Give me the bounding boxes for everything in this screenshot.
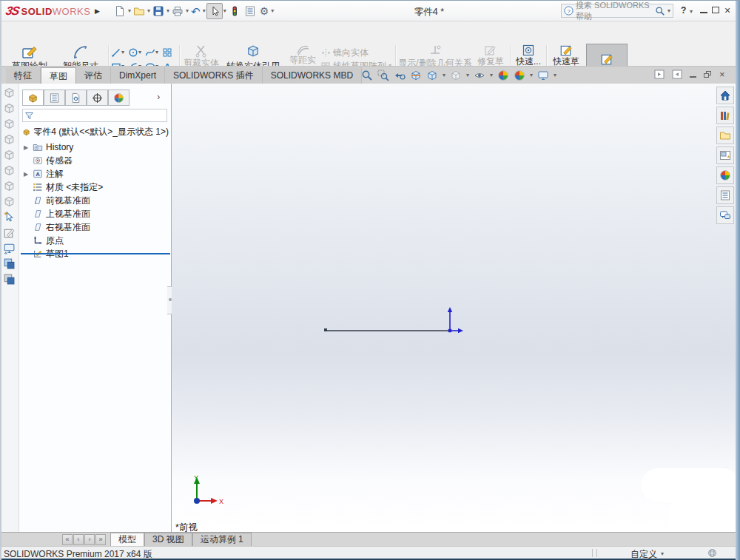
sketch-origin[interactable] xyxy=(438,306,465,334)
graphics-viewport[interactable]: Y X *前视 xyxy=(172,84,736,532)
undo-dropdown-icon[interactable]: ▾ xyxy=(203,8,206,14)
tree-root-part[interactable]: 零件4 (默认<<默认>_显示状态 1>) xyxy=(22,125,169,138)
help-button[interactable]: ? xyxy=(681,5,686,16)
appearances-button[interactable] xyxy=(716,166,734,184)
open-dropdown-icon[interactable]: ▾ xyxy=(147,8,150,14)
search-icon[interactable] xyxy=(655,6,665,16)
edit-sketch-icon[interactable] xyxy=(3,226,16,239)
line-tool-button[interactable]: ▾ xyxy=(111,45,128,59)
tab-sketch[interactable]: 草图 xyxy=(41,67,76,84)
file-explorer-button[interactable] xyxy=(716,126,734,144)
expand-icon[interactable]: ▶ xyxy=(22,171,30,178)
zoom-fit-icon[interactable] xyxy=(361,70,373,81)
search-dropdown-icon[interactable]: ▾ xyxy=(667,8,670,14)
hide-show-items-icon[interactable] xyxy=(474,70,485,81)
cube-icon[interactable] xyxy=(3,102,16,115)
doc-restore-icon[interactable] xyxy=(704,71,712,78)
hide-show-dropdown-icon[interactable]: ▾ xyxy=(490,72,493,78)
motion-study-tab[interactable]: 运动算例 1 xyxy=(192,533,252,546)
sketch-endpoint[interactable] xyxy=(324,328,327,331)
tree-item-annotations[interactable]: ▶ A 注解 xyxy=(22,167,169,181)
model-tab[interactable]: 模型 xyxy=(110,533,144,546)
tab-dimxpert[interactable]: DimXpert xyxy=(111,67,165,84)
view-settings-dropdown-icon[interactable]: ▾ xyxy=(554,72,556,78)
cube-icon[interactable] xyxy=(3,118,16,130)
tree-item-top-plane[interactable]: 上视基准面 xyxy=(22,207,169,220)
3d-views-tab[interactable]: 3D 视图 xyxy=(144,533,192,546)
save-button[interactable] xyxy=(151,3,166,19)
cube-icon[interactable] xyxy=(3,164,16,177)
tree-item-right-plane[interactable]: 右视基准面 xyxy=(22,220,169,234)
custom-properties-button[interactable] xyxy=(716,186,734,204)
display-style-dropdown-icon[interactable]: ▾ xyxy=(466,72,469,78)
close-button[interactable]: × xyxy=(724,4,730,16)
apply-scene-dropdown-icon[interactable]: ▾ xyxy=(530,72,533,78)
new-dropdown-icon[interactable]: ▾ xyxy=(128,8,131,14)
customize-dropdown-icon[interactable]: ▾ xyxy=(661,551,664,557)
tab-scroll-last-button[interactable]: » xyxy=(95,534,106,545)
expand-icon[interactable]: ▶ xyxy=(22,144,30,151)
tab-addins[interactable]: SOLIDWORKS 插件 xyxy=(165,67,263,84)
print-button[interactable] xyxy=(170,3,185,19)
design-library-button[interactable] xyxy=(716,107,734,124)
displaymanager-tab[interactable] xyxy=(108,90,130,106)
cube-icon[interactable] xyxy=(3,195,16,208)
tab-scroll-next-button[interactable]: › xyxy=(84,534,95,545)
configurationmanager-tab[interactable] xyxy=(65,90,87,106)
tab-mbd[interactable]: SOLIDWORKS MBD xyxy=(263,67,362,84)
tab-scroll-first-button[interactable]: « xyxy=(62,534,73,545)
circle-dropdown-icon[interactable]: ▾ xyxy=(138,50,141,55)
circle-tool-button[interactable]: ▾ xyxy=(128,45,145,59)
tree-item-sensors[interactable]: 传感器 xyxy=(22,154,169,167)
home-tab-button[interactable] xyxy=(716,87,734,104)
tree-item-front-plane[interactable]: 前视基准面 xyxy=(22,194,169,207)
cube-icon[interactable] xyxy=(3,87,16,99)
tab-features[interactable]: 特征 xyxy=(6,67,41,84)
previous-view-icon[interactable] xyxy=(394,70,406,81)
options-dropdown-icon[interactable]: ▾ xyxy=(271,8,274,14)
tree-filter-box[interactable] xyxy=(22,109,167,122)
rollback-bar[interactable] xyxy=(21,253,170,254)
display-style-icon[interactable] xyxy=(450,70,462,81)
tree-item-history[interactable]: ▶ History xyxy=(22,141,169,154)
select-sketch-icon[interactable] xyxy=(3,211,16,223)
section-view-icon[interactable] xyxy=(410,70,422,81)
layers-icon[interactable] xyxy=(3,273,16,286)
layers-icon[interactable] xyxy=(3,257,16,270)
cube-icon[interactable] xyxy=(3,133,16,146)
edit-appearance-icon[interactable] xyxy=(497,70,509,81)
apply-scene-icon[interactable] xyxy=(514,70,525,81)
spline-dropdown-icon[interactable]: ▾ xyxy=(155,50,158,55)
cube-icon[interactable] xyxy=(3,180,16,192)
featuremanager-tab[interactable] xyxy=(22,90,44,106)
line-dropdown-icon[interactable]: ▾ xyxy=(121,50,124,55)
new-file-button[interactable] xyxy=(112,3,127,19)
doc-minimize-icon[interactable] xyxy=(690,76,696,78)
pane-left-icon[interactable] xyxy=(654,70,665,79)
globe-icon[interactable] xyxy=(707,548,717,558)
view-orientation-icon[interactable] xyxy=(426,70,438,81)
undo-button[interactable]: ↶ xyxy=(189,3,202,19)
panel-expand-chevron[interactable]: › xyxy=(157,91,160,102)
view-palette-button[interactable] xyxy=(716,146,734,164)
save-dropdown-icon[interactable]: ▾ xyxy=(166,8,169,14)
minimize-button[interactable] xyxy=(700,12,707,13)
search-box[interactable]: ? 搜索 SOLIDWORKS 帮助 ▾ xyxy=(561,4,673,18)
open-file-button[interactable] xyxy=(132,3,147,19)
file-properties-button[interactable] xyxy=(243,3,258,19)
sketch-pattern-button[interactable] xyxy=(162,45,179,59)
help-dropdown-icon[interactable]: ▾ xyxy=(690,9,693,15)
cube-icon[interactable] xyxy=(3,149,16,161)
select-button[interactable] xyxy=(206,3,223,19)
dimxpertmanager-tab[interactable] xyxy=(87,90,108,106)
menu-flyout-button[interactable]: ▶ xyxy=(93,3,101,19)
spline-tool-button[interactable]: ▾ xyxy=(145,45,162,59)
view-orientation-dropdown-icon[interactable]: ▾ xyxy=(443,72,445,78)
maximize-button[interactable] xyxy=(712,7,719,13)
zoom-area-icon[interactable] xyxy=(377,70,389,81)
forum-button[interactable] xyxy=(716,206,734,224)
tree-item-material[interactable]: 材质 <未指定> xyxy=(22,181,169,194)
tab-evaluate[interactable]: 评估 xyxy=(76,67,111,84)
tab-scroll-prev-button[interactable]: ‹ xyxy=(73,534,84,545)
view-settings-icon[interactable] xyxy=(537,70,549,81)
